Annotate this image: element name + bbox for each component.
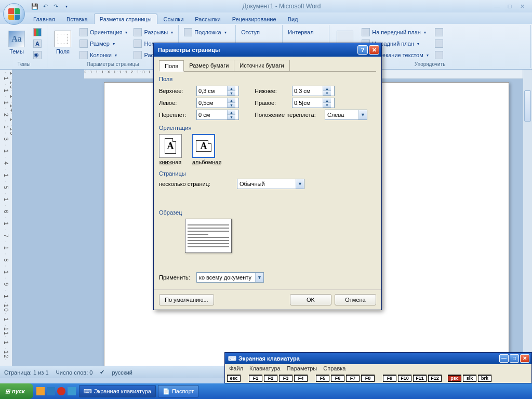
osk-menu-file[interactable]: Файл bbox=[229, 365, 243, 373]
cancel-button[interactable]: Отмена bbox=[335, 294, 376, 305]
tab-references[interactable]: Ссылки bbox=[158, 14, 189, 24]
key-esc[interactable]: esc bbox=[227, 375, 241, 382]
key-f1[interactable]: F1 bbox=[249, 375, 262, 382]
tab-insert[interactable]: Вставка bbox=[61, 14, 93, 24]
office-button[interactable] bbox=[3, 3, 25, 25]
orientation-portrait[interactable]: A книжная bbox=[159, 134, 182, 165]
save-icon[interactable]: 💾 bbox=[30, 2, 39, 11]
columns-button[interactable]: Колонки bbox=[77, 50, 129, 60]
taskbar-item-osk[interactable]: ⌨ Экранная клавиатура bbox=[79, 385, 156, 397]
bring-front-button[interactable]: На передний план bbox=[360, 27, 431, 37]
input-top[interactable] bbox=[197, 88, 227, 94]
spin-left[interactable]: ▲▼ bbox=[196, 98, 239, 108]
tab-mailings[interactable]: Рассылки bbox=[190, 14, 225, 24]
status-words[interactable]: Число слов: 0 bbox=[56, 369, 93, 376]
key-f8[interactable]: F8 bbox=[361, 375, 375, 382]
key-f2[interactable]: F2 bbox=[264, 375, 277, 382]
osk-minimize-button[interactable]: — bbox=[499, 354, 509, 363]
key-psc[interactable]: psc bbox=[448, 375, 461, 382]
tab-paper-size[interactable]: Размер бумаги bbox=[183, 60, 234, 71]
close-icon[interactable]: ✕ bbox=[517, 3, 527, 10]
vertical-ruler[interactable]: · 1 · 1 · 1 · 2 · 1 · 3 · 1 · 4 · 1 · 5 … bbox=[0, 70, 12, 366]
tab-home[interactable]: Главная bbox=[28, 14, 60, 24]
start-button[interactable]: ⊞ пуск bbox=[0, 383, 33, 399]
input-left[interactable] bbox=[197, 100, 227, 106]
osk-titlebar[interactable]: ⌨ Экранная клавиатура — □ ✕ bbox=[225, 353, 531, 364]
quick-access-toolbar: 💾 ↶ ↷ bbox=[30, 2, 71, 11]
quick-launch-icon[interactable] bbox=[57, 387, 65, 395]
chevron-down-icon[interactable]: ▼ bbox=[296, 179, 304, 189]
osk-title-text: Экранная клавиатура bbox=[238, 355, 300, 362]
orientation-button[interactable]: Ориентация bbox=[77, 27, 129, 37]
status-page[interactable]: Страница: 1 из 1 bbox=[4, 369, 49, 376]
group-themes: Aa Темы A ◉ Темы bbox=[1, 25, 47, 68]
vertical-scrollbar[interactable] bbox=[523, 70, 532, 366]
key-f6[interactable]: F6 bbox=[331, 375, 344, 382]
theme-colors-button[interactable] bbox=[31, 27, 44, 37]
combo-multipages[interactable]: Обычный▼ bbox=[237, 179, 304, 189]
tab-page-layout[interactable]: Разметка страницы bbox=[94, 14, 157, 24]
key-f4[interactable]: F4 bbox=[294, 375, 308, 382]
key-f7[interactable]: F7 bbox=[346, 375, 360, 382]
combo-gutter-position[interactable]: Слева▼ bbox=[325, 110, 367, 120]
chevron-down-icon[interactable]: ▼ bbox=[255, 273, 263, 282]
osk-menu-help[interactable]: Справка bbox=[323, 365, 345, 373]
input-gutter[interactable] bbox=[197, 112, 227, 118]
minimize-icon[interactable]: — bbox=[493, 3, 502, 10]
combo-applyto[interactable]: ко всему документу▼ bbox=[196, 272, 264, 283]
dialog-close-button[interactable]: ✕ bbox=[369, 45, 379, 55]
default-button[interactable]: По умолчанию... bbox=[159, 294, 214, 305]
undo-icon[interactable]: ↶ bbox=[41, 2, 50, 11]
group-button[interactable] bbox=[433, 38, 445, 49]
key-f9[interactable]: F9 bbox=[383, 375, 396, 382]
status-proofing-icon[interactable]: ✔ bbox=[100, 369, 104, 376]
key-brk[interactable]: brk bbox=[478, 375, 491, 382]
margins-button[interactable]: Поля bbox=[50, 26, 75, 59]
spin-top[interactable]: ▲▼ bbox=[196, 86, 239, 96]
quick-launch-icon[interactable] bbox=[36, 387, 45, 395]
tab-margins[interactable]: Поля bbox=[159, 60, 184, 72]
redo-icon[interactable]: ↷ bbox=[51, 2, 60, 11]
taskbar-item-passport[interactable]: 📄 Паспорт bbox=[158, 385, 199, 397]
spin-gutter[interactable]: ▲▼ bbox=[196, 110, 239, 120]
watermark-button[interactable]: Подложка bbox=[182, 27, 228, 37]
spin-down-icon[interactable]: ▼ bbox=[228, 91, 235, 96]
dialog-help-button[interactable]: ? bbox=[357, 45, 368, 55]
key-f11[interactable]: F11 bbox=[413, 375, 427, 382]
themes-button[interactable]: Aa Темы bbox=[4, 26, 29, 59]
breaks-button[interactable]: Разрывы bbox=[131, 27, 175, 37]
status-language[interactable]: русский bbox=[112, 369, 132, 376]
key-f3[interactable]: F3 bbox=[279, 375, 292, 382]
input-right[interactable] bbox=[292, 100, 323, 106]
theme-fonts-button[interactable]: A bbox=[31, 38, 44, 49]
theme-effects-button[interactable]: ◉ bbox=[31, 50, 44, 60]
key-f12[interactable]: F12 bbox=[428, 375, 442, 382]
quick-launch-icon[interactable] bbox=[47, 387, 55, 395]
key-f10[interactable]: F10 bbox=[398, 375, 411, 382]
quick-launch-icon[interactable] bbox=[68, 387, 76, 395]
dialog-buttons: По умолчанию... OK Отмена bbox=[154, 289, 381, 310]
tab-paper-source[interactable]: Источник бумаги bbox=[234, 60, 289, 71]
spin-up-icon[interactable]: ▲ bbox=[228, 86, 235, 91]
scrollbar-thumb[interactable] bbox=[524, 90, 531, 122]
ok-button[interactable]: OK bbox=[290, 294, 331, 305]
tab-review[interactable]: Рецензирование bbox=[227, 14, 282, 24]
qat-dropdown-icon[interactable] bbox=[61, 2, 71, 11]
dialog-titlebar[interactable]: Параметры страницы ? ✕ bbox=[154, 43, 381, 57]
orientation-landscape[interactable]: A альбомная bbox=[192, 134, 221, 165]
spin-bottom[interactable]: ▲▼ bbox=[292, 86, 335, 96]
rotate-button[interactable] bbox=[433, 50, 445, 60]
input-bottom[interactable] bbox=[292, 88, 323, 94]
chevron-down-icon[interactable]: ▼ bbox=[358, 110, 367, 119]
maximize-icon[interactable]: □ bbox=[505, 3, 514, 10]
tab-view[interactable]: Вид bbox=[283, 14, 303, 24]
osk-maximize-button[interactable]: □ bbox=[510, 354, 519, 363]
osk-menu-params[interactable]: Параметры bbox=[287, 365, 317, 373]
key-slk[interactable]: slk bbox=[463, 375, 476, 382]
size-button[interactable]: Размер bbox=[77, 38, 129, 49]
osk-close-button[interactable]: ✕ bbox=[520, 354, 529, 363]
spin-right[interactable]: ▲▼ bbox=[292, 98, 335, 108]
key-f5[interactable]: F5 bbox=[316, 375, 329, 382]
osk-menu-keyboard[interactable]: Клавиатура bbox=[249, 365, 281, 373]
align-button[interactable] bbox=[433, 27, 445, 37]
